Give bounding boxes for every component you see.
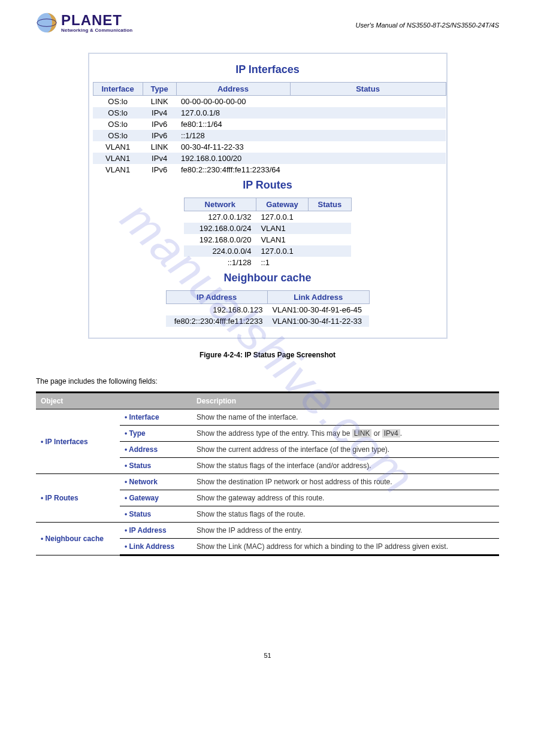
screenshot-panel: IP Interfaces Interface Type Address Sta…	[88, 53, 448, 339]
cell-network: 127.0.0.1/32	[184, 211, 256, 223]
cell-subobject: • Status	[120, 506, 192, 523]
th-interface: Interface	[93, 83, 143, 96]
cell-description: Show the gateway address of this route.	[192, 490, 499, 506]
ip-routes-title: IP Routes	[93, 179, 443, 192]
th-address: Address	[176, 83, 290, 96]
th-gateway: Gateway	[256, 198, 308, 211]
page-number: 51	[36, 652, 499, 659]
cell-type: IPv4	[143, 153, 176, 164]
cell-rstatus	[309, 234, 351, 245]
ip-interfaces-title: IP Interfaces	[93, 63, 443, 76]
cell-description: Show the IP address of the entry.	[192, 523, 499, 539]
cell-status	[290, 96, 446, 108]
cell-gateway: VLAN1	[256, 223, 308, 234]
cell-gateway: VLAN1	[256, 234, 308, 245]
cell-address: fe80:1::1/64	[176, 119, 290, 130]
cell-description: Show the status flags of the route.	[192, 506, 499, 523]
cell-gateway: ::1	[256, 257, 308, 268]
cell-subobject: • Link Address	[120, 539, 192, 555]
cell-address: fe80:2::230:4fff:fe11:2233/64	[176, 164, 290, 175]
cell-status	[290, 130, 446, 141]
cell-description: Show the destination IP network or host …	[192, 474, 499, 490]
cell-object: • IP Interfaces	[36, 409, 120, 474]
dh-object: Object	[36, 393, 120, 409]
th-status: Status	[290, 83, 446, 96]
cell-object: • IP Routes	[36, 474, 120, 523]
table-row: OS:loIPv6fe80:1::1/64	[93, 119, 446, 130]
cell-interface: VLAN1	[93, 164, 143, 175]
brand-subtitle: Networking & Communication	[61, 28, 132, 33]
cell-address: 00-30-4f-11-22-33	[176, 141, 290, 153]
cell-rstatus	[309, 257, 351, 268]
cell-subobject: • Status	[120, 458, 192, 474]
cell-gateway: 127.0.0.1	[256, 245, 308, 257]
page: manualshive.com PLANET Networking & Comm…	[0, 0, 535, 695]
cell-link: VLAN1:00-30-4f-91-e6-45	[267, 304, 369, 316]
cell-status	[290, 119, 446, 130]
cell-subobject: • Network	[120, 474, 192, 490]
cell-type: IPv4	[143, 107, 176, 119]
table-row: • IP Routes• NetworkShow the destination…	[36, 474, 499, 490]
table-row: • Neighbour cache• IP AddressShow the IP…	[36, 523, 499, 539]
cell-subobject: • Interface	[120, 409, 192, 426]
cell-subobject: • Type	[120, 426, 192, 442]
th-type: Type	[143, 83, 176, 96]
cell-description: Show the name of the interface.	[192, 409, 499, 426]
cell-rstatus	[309, 223, 351, 234]
table-row: fe80:2::230:4fff:fe11:2233VLAN1:00-30-4f…	[166, 315, 369, 327]
cell-type: LINK	[143, 141, 176, 153]
ip-interfaces-table: Interface Type Address Status OS:loLINK0…	[93, 82, 446, 175]
ip-routes-table: Network Gateway Status 127.0.0.1/32127.0…	[184, 198, 352, 268]
description-table: Object Description • IP Interfaces• Inte…	[36, 391, 499, 556]
table-row: • IP Interfaces• InterfaceShow the name …	[36, 409, 499, 426]
cell-status	[290, 107, 446, 119]
neighbour-cache-title: Neighbour cache	[93, 272, 443, 284]
cell-network: 192.168.0.0/20	[184, 234, 256, 245]
th-linkaddr: Link Address	[267, 291, 369, 304]
figure-caption-text: Figure 4-2-4: IP Status Page Screenshot	[200, 351, 335, 359]
table-row: VLAN1IPv4192.168.0.100/20	[93, 153, 446, 164]
table-row: 192.168.0.0/24VLAN1	[184, 223, 351, 234]
figure-caption: Figure 4-2-4: IP Status Page Screenshot	[36, 351, 499, 359]
table-row: 127.0.0.1/32127.0.0.1	[184, 211, 351, 223]
cell-interface: VLAN1	[93, 141, 143, 153]
table-row: OS:loIPv4127.0.0.1/8	[93, 107, 446, 119]
table-row: OS:loIPv6::1/128	[93, 130, 446, 141]
cell-description: Show the current address of the interfac…	[192, 442, 499, 458]
table-row: VLAN1IPv6fe80:2::230:4fff:fe11:2233/64	[93, 164, 446, 175]
cell-ip: fe80:2::230:4fff:fe11:2233	[166, 315, 267, 327]
cell-subobject: • IP Address	[120, 523, 192, 539]
cell-status	[290, 153, 446, 164]
cell-subobject: • Address	[120, 442, 192, 458]
cell-type: LINK	[143, 96, 176, 108]
cell-address: ::1/128	[176, 130, 290, 141]
cell-subobject: • Gateway	[120, 490, 192, 506]
table-row: 192.168.0.123VLAN1:00-30-4f-91-e6-45	[166, 304, 369, 316]
cell-interface: OS:lo	[93, 107, 143, 119]
cell-interface: VLAN1	[93, 153, 143, 164]
brand-title: PLANET	[61, 13, 132, 28]
cell-rstatus	[309, 211, 351, 223]
table-row: ::1/128::1	[184, 257, 351, 268]
cell-interface: OS:lo	[93, 119, 143, 130]
cell-address: 192.168.0.100/20	[176, 153, 290, 164]
cell-description: Show the address type of the entry. This…	[192, 426, 499, 442]
cell-description: Show the status flags of the interface (…	[192, 458, 499, 474]
cell-address: 00-00-00-00-00-00	[176, 96, 290, 108]
cell-gateway: 127.0.0.1	[256, 211, 308, 223]
th-rstatus: Status	[309, 198, 351, 211]
cell-rstatus	[309, 245, 351, 257]
cell-type: IPv6	[143, 119, 176, 130]
cell-type: IPv6	[143, 130, 176, 141]
cell-type: IPv6	[143, 164, 176, 175]
table-row: OS:loLINK00-00-00-00-00-00	[93, 96, 446, 108]
th-ipaddr: IP Address	[166, 291, 267, 304]
cell-ip: 192.168.0.123	[166, 304, 267, 316]
neighbour-cache-table: IP Address Link Address 192.168.0.123VLA…	[166, 290, 370, 327]
cell-network: 224.0.0.0/4	[184, 245, 256, 257]
table-row: VLAN1LINK00-30-4f-11-22-33	[93, 141, 446, 153]
th-network: Network	[184, 198, 256, 211]
planet-logo-icon	[36, 12, 58, 34]
cell-network: ::1/128	[184, 257, 256, 268]
brand-text: PLANET Networking & Communication	[61, 13, 132, 33]
